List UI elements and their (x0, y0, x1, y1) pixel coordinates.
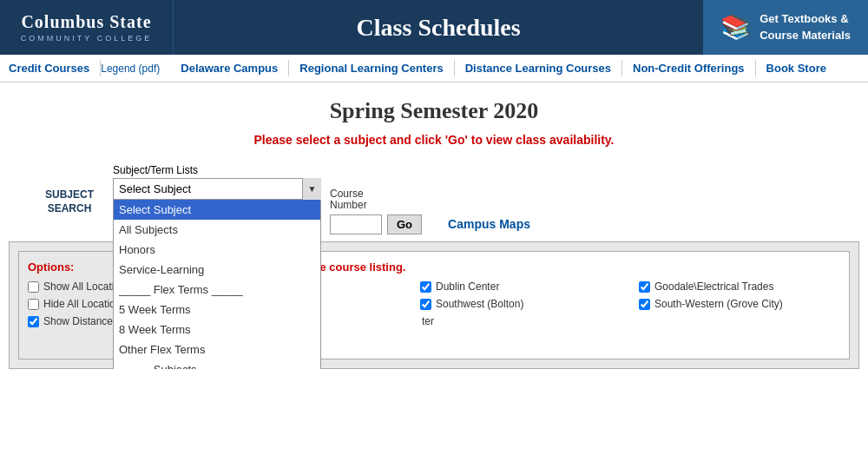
header-title: Class Schedules (357, 14, 521, 42)
header: Columbus State COMMUNITY COLLEGE Class S… (0, 0, 868, 55)
goodale-label: Goodale\Electrical Trades (654, 280, 773, 293)
dropdown-item-1[interactable]: All Subjects (114, 220, 320, 240)
location-goodale: Goodale\Electrical Trades (639, 280, 840, 293)
dropdown-list[interactable]: Select SubjectAll SubjectsHonorsService-… (113, 200, 321, 369)
southwest-checkbox[interactable] (420, 299, 431, 310)
nav-bookstore[interactable]: Book Store (756, 60, 837, 76)
goodale-checkbox[interactable] (639, 281, 650, 293)
dropdown-item-2[interactable]: Honors (114, 240, 320, 260)
show-all-locations-checkbox[interactable] (28, 281, 39, 293)
instruction-text: Please select a subject and click 'Go' t… (0, 133, 868, 147)
go-button[interactable]: Go (387, 214, 422, 234)
course-number-label: CourseNumber (330, 188, 422, 211)
south-western-checkbox[interactable] (639, 299, 650, 310)
subject-select[interactable]: Select Subject (113, 178, 321, 200)
dublin-checkbox[interactable] (420, 281, 431, 293)
textbook-text: Get Textbooks & Course Materials (760, 11, 851, 43)
nav-regional-learning[interactable]: Regional Learning Centers (289, 60, 454, 76)
book-icon: 📚 (720, 13, 751, 42)
dropdown-item-8[interactable]: _____ Subjects _____ (114, 360, 320, 369)
course-number-row: Go (330, 214, 422, 234)
dropdown-item-3[interactable]: Service-Learning (114, 260, 320, 280)
subject-term-lists-label: Subject/Term Lists (113, 164, 321, 176)
dublin-label: Dublin Center (436, 280, 499, 293)
header-center: Class Schedules (174, 0, 703, 55)
hide-all-locations-checkbox[interactable] (28, 299, 39, 310)
select-wrapper: Select Subject ▼ (113, 178, 321, 200)
campus-maps-link[interactable]: Campus Maps (448, 217, 530, 231)
textbook-link[interactable]: 📚 Get Textbooks & Course Materials (703, 0, 868, 55)
logo: Columbus State COMMUNITY COLLEGE (0, 0, 174, 55)
location-ter: ter (420, 315, 621, 327)
show-distance-learning-checkbox[interactable] (28, 316, 39, 327)
nav-legend[interactable]: Legend (pdf) (101, 61, 170, 76)
dropdown-item-4[interactable]: _____ Flex Terms _____ (114, 280, 320, 300)
location-south-western: South-Western (Grove City) (639, 298, 840, 310)
south-western-label: South-Western (Grove City) (654, 298, 783, 310)
nav-non-credit[interactable]: Non-Credit Offerings (622, 60, 756, 76)
location-dublin: Dublin Center (420, 280, 621, 293)
nav-delaware-campus[interactable]: Delaware Campus (170, 60, 289, 76)
course-number-area: CourseNumber Go (330, 188, 422, 234)
nav-distance-learning[interactable]: Distance Learning Courses (455, 60, 622, 76)
page-title-section: Spring Semester 2020 Please select a sub… (0, 82, 868, 164)
navigation: Credit Courses Legend (pdf) Delaware Cam… (0, 55, 868, 82)
search-area: SUBJECTSEARCH Subject/Term Lists Select … (0, 164, 868, 234)
course-number-input[interactable] (330, 214, 382, 234)
subject-search-label: SUBJECTSEARCH (35, 188, 104, 215)
nav-credit-courses[interactable]: Credit Courses (9, 60, 101, 76)
page-title: Spring Semester 2020 (0, 98, 868, 124)
logo-title: Columbus State (21, 12, 151, 32)
dropdown-item-0[interactable]: Select Subject (114, 200, 320, 220)
subject-select-container: Select Subject ▼ Select SubjectAll Subje… (113, 178, 321, 200)
ter-label: ter (422, 315, 434, 327)
dropdown-item-7[interactable]: Other Flex Terms (114, 340, 320, 360)
dropdown-item-5[interactable]: 5 Week Terms (114, 300, 320, 320)
logo-subtitle: COMMUNITY COLLEGE (21, 34, 152, 43)
southwest-label: Southwest (Bolton) (436, 298, 523, 310)
dropdown-item-6[interactable]: 8 Week Terms (114, 320, 320, 340)
location-southwest: Southwest (Bolton) (420, 298, 621, 310)
